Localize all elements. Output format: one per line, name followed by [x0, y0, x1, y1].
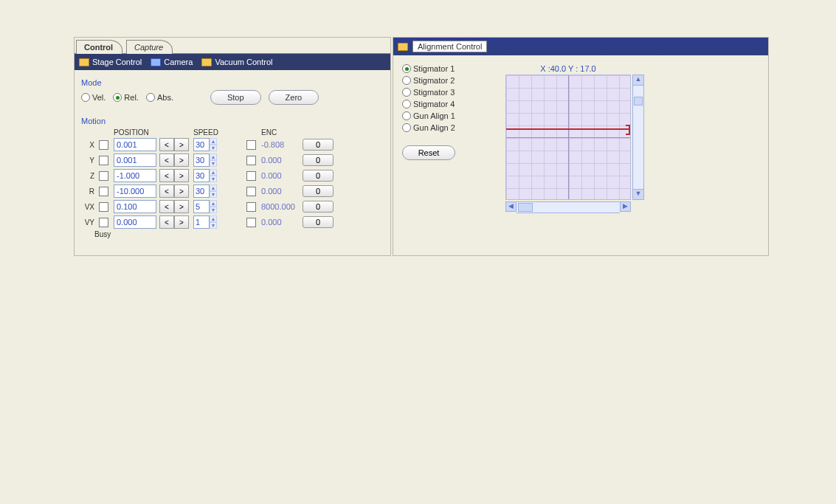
tab-control[interactable]: Control: [76, 40, 122, 54]
enc-enable-checkbox[interactable]: [246, 218, 256, 227]
scroll-left-icon[interactable]: ◀: [505, 201, 517, 212]
spin-up-icon[interactable]: ▲: [210, 200, 217, 207]
plot-coords: X :40.0 Y : 17.0: [505, 64, 631, 73]
axis-zero-button[interactable]: 0: [303, 154, 334, 166]
alignment-panel: Alignment Control Stigmator 1 Stigmator …: [393, 37, 769, 256]
position-input[interactable]: [114, 138, 156, 151]
alignment-radio-label: Gun Align 1: [413, 111, 455, 120]
jog-minus-button[interactable]: <: [159, 215, 174, 229]
speed-input[interactable]: [193, 138, 210, 151]
spin-up-icon[interactable]: ▲: [210, 184, 217, 191]
alignment-radio[interactable]: Stigmator 2: [402, 76, 491, 85]
alignment-radio[interactable]: Gun Align 2: [402, 123, 491, 132]
axis-zero-button[interactable]: 0: [303, 170, 334, 182]
hdr-position: POSITION: [114, 128, 156, 137]
speed-input[interactable]: [193, 200, 210, 213]
spin-down-icon[interactable]: ▼: [210, 145, 217, 151]
position-input[interactable]: [114, 200, 156, 213]
axis-zero-button[interactable]: 0: [303, 216, 334, 228]
plot-vscroll[interactable]: ▲ ▼: [632, 75, 644, 200]
enc-enable-checkbox[interactable]: [246, 140, 256, 150]
jog-plus-button[interactable]: >: [174, 215, 189, 229]
subtab-vacuum[interactable]: Vacuum Control: [201, 58, 272, 66]
speed-input[interactable]: [193, 215, 210, 229]
jog-minus-button[interactable]: <: [159, 200, 174, 213]
alignment-radio[interactable]: Stigmator 3: [402, 88, 491, 97]
hdr-enc: ENC: [261, 128, 300, 137]
spin-up-icon[interactable]: ▲: [210, 215, 217, 222]
speed-input[interactable]: [193, 184, 210, 198]
tab-capture[interactable]: Capture: [126, 40, 173, 54]
jog-plus-button[interactable]: >: [174, 153, 189, 167]
axis-enable-checkbox[interactable]: [99, 218, 108, 227]
axis-label: Y: [81, 156, 96, 165]
subtab-stage[interactable]: Stage Control: [79, 58, 142, 66]
subtab-camera[interactable]: Camera: [151, 58, 193, 66]
enc-enable-checkbox[interactable]: [246, 171, 256, 181]
axis-zero-button[interactable]: 0: [303, 185, 334, 197]
jog-plus-button[interactable]: >: [174, 138, 189, 151]
axis-label: VX: [81, 203, 96, 211]
position-input[interactable]: [114, 184, 156, 198]
mode-title: Mode: [81, 78, 384, 87]
axis-zero-button[interactable]: 0: [303, 201, 334, 213]
axis-enable-checkbox[interactable]: [99, 156, 108, 165]
jog-plus-button[interactable]: >: [174, 200, 189, 213]
speed-input[interactable]: [193, 153, 210, 167]
scroll-down-icon[interactable]: ▼: [632, 189, 644, 200]
subtab-vacuum-label: Vacuum Control: [215, 58, 272, 66]
position-input[interactable]: [114, 215, 156, 229]
jog-plus-button[interactable]: >: [174, 169, 189, 182]
jog-plus-button[interactable]: >: [174, 184, 189, 198]
subtab-stage-label: Stage Control: [92, 58, 142, 66]
plot-hscroll[interactable]: ◀ ▶: [505, 201, 631, 213]
spin-down-icon[interactable]: ▼: [210, 222, 217, 229]
alignment-radio-label: Stigmator 2: [413, 76, 455, 85]
busy-label: Busy: [81, 230, 384, 238]
stop-button[interactable]: Stop: [210, 90, 261, 105]
xy-plot[interactable]: [505, 75, 631, 200]
reset-button[interactable]: Reset: [402, 145, 455, 160]
spin-down-icon[interactable]: ▼: [210, 191, 217, 198]
alignment-radio-list: Stigmator 1 Stigmator 2 Stigmator 3 Stig…: [402, 64, 491, 213]
main-tabs: Control Capture: [75, 38, 390, 54]
motion-title: Motion: [81, 117, 384, 125]
spin-down-icon[interactable]: ▼: [210, 207, 217, 213]
axis-enable-checkbox[interactable]: [99, 140, 108, 150]
spin-up-icon[interactable]: ▲: [210, 138, 217, 145]
jog-minus-button[interactable]: <: [159, 169, 174, 182]
speed-input[interactable]: [193, 169, 210, 182]
axis-enable-checkbox[interactable]: [99, 202, 108, 212]
radio-rel-label: Rel.: [124, 93, 139, 102]
axis-zero-button[interactable]: 0: [303, 139, 334, 151]
zero-button[interactable]: Zero: [269, 90, 319, 105]
spin-up-icon[interactable]: ▲: [210, 153, 217, 160]
radio-abs[interactable]: Abs.: [146, 93, 173, 102]
jog-minus-button[interactable]: <: [159, 138, 174, 151]
position-input[interactable]: [114, 153, 156, 167]
jog-minus-button[interactable]: <: [159, 184, 174, 198]
enc-enable-checkbox[interactable]: [246, 187, 256, 196]
alignment-radio-label: Stigmator 4: [413, 100, 455, 108]
axis-enable-checkbox[interactable]: [99, 171, 108, 181]
jog-minus-button[interactable]: <: [159, 153, 174, 167]
scroll-right-icon[interactable]: ▶: [620, 201, 631, 212]
sub-tabs: Stage Control Camera Vacuum Control: [75, 54, 390, 70]
enc-enable-checkbox[interactable]: [246, 202, 256, 212]
enc-enable-checkbox[interactable]: [246, 156, 256, 165]
alignment-radio[interactable]: Gun Align 1: [402, 111, 491, 120]
motion-header: POSITION SPEED ENC: [81, 128, 384, 137]
enc-value: 0.000: [261, 187, 300, 196]
radio-vel[interactable]: Vel.: [81, 93, 106, 102]
alignment-radio-label: Stigmator 3: [413, 88, 455, 97]
position-input[interactable]: [114, 169, 156, 182]
axis-enable-checkbox[interactable]: [99, 187, 108, 196]
radio-rel[interactable]: Rel.: [113, 93, 139, 102]
spin-down-icon[interactable]: ▼: [210, 176, 217, 182]
spin-up-icon[interactable]: ▲: [210, 169, 217, 176]
alignment-radio[interactable]: Stigmator 1: [402, 64, 491, 73]
spin-down-icon[interactable]: ▼: [210, 160, 217, 167]
alignment-radio[interactable]: Stigmator 4: [402, 100, 491, 108]
alignment-title: Alignment Control: [412, 41, 487, 52]
scroll-up-icon[interactable]: ▲: [632, 75, 644, 86]
